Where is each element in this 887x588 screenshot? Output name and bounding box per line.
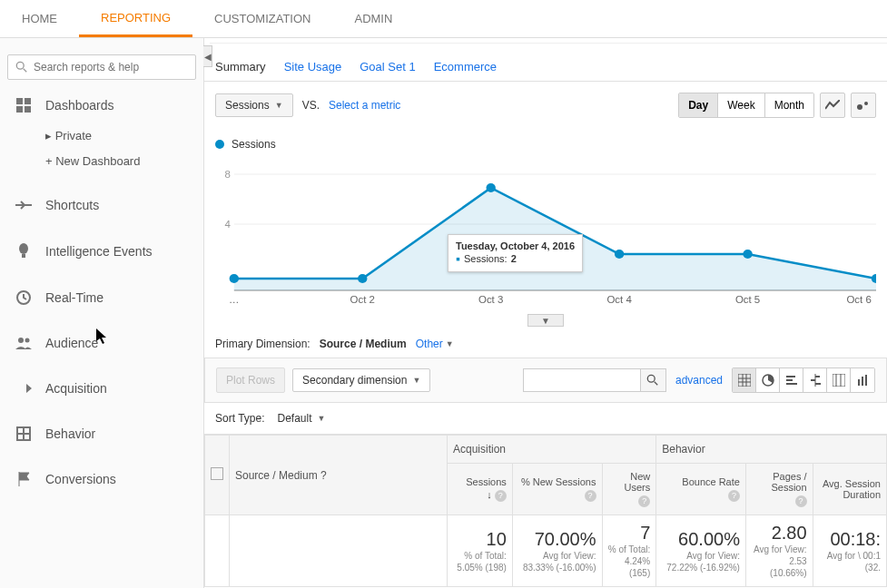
svg-text:4: 4 <box>224 219 230 230</box>
svg-point-23 <box>486 183 495 192</box>
shortcuts-icon <box>13 200 34 211</box>
svg-point-24 <box>615 250 624 259</box>
grain-month[interactable]: Month <box>765 93 813 117</box>
nav-customization[interactable]: CUSTOMIZATION <box>192 0 332 37</box>
svg-rect-48 <box>833 374 845 387</box>
legend-dot-icon <box>215 140 224 149</box>
svg-rect-52 <box>862 377 863 386</box>
sidebar-intelligence[interactable]: Intelligence Events <box>0 232 203 270</box>
view-table-icon[interactable] <box>733 368 756 392</box>
svg-rect-46 <box>811 379 815 381</box>
view-comparison-icon[interactable] <box>803 368 827 392</box>
help-icon[interactable]: ? <box>320 469 327 482</box>
sidebar-private[interactable]: ▸ Private <box>0 123 203 149</box>
view-performance-icon[interactable] <box>780 368 803 392</box>
sidebar-conversions[interactable]: Conversions <box>0 461 203 497</box>
flag-icon <box>13 472 34 486</box>
select-metric-link[interactable]: Select a metric <box>329 99 400 112</box>
svg-point-0 <box>16 62 24 69</box>
svg-rect-51 <box>858 379 860 386</box>
plot-rows-button: Plot Rows <box>216 368 285 393</box>
legend-label: Sessions <box>232 138 276 151</box>
bulb-icon <box>13 243 34 260</box>
svg-point-15 <box>864 102 868 105</box>
th-pages[interactable]: Pages / Session? <box>745 464 813 515</box>
clock-icon <box>13 290 34 305</box>
sidebar-realtime[interactable]: Real-Time <box>0 279 203 316</box>
svg-point-21 <box>230 274 239 283</box>
grain-day[interactable]: Day <box>679 93 718 117</box>
sidebar-collapse-handle[interactable]: ◀ <box>203 45 212 67</box>
sidebar-label: Real-Time <box>45 290 103 305</box>
sidebar-audience[interactable]: Audience <box>0 325 203 361</box>
search-input[interactable] <box>34 61 188 74</box>
chart-legend: Sessions <box>215 138 876 151</box>
advanced-link[interactable]: advanced <box>675 374 723 387</box>
svg-point-6 <box>19 243 28 254</box>
svg-rect-42 <box>786 379 793 381</box>
th-sessions[interactable]: Sessions↓ ? <box>448 464 513 515</box>
nav-admin[interactable]: ADMIN <box>332 0 414 37</box>
graph-type-motion[interactable] <box>851 93 876 118</box>
tab-ecommerce[interactable]: Ecommerce <box>434 60 497 74</box>
th-bounce[interactable]: Bounce Rate? <box>656 464 746 515</box>
svg-text:8: 8 <box>224 169 230 180</box>
svg-text:Oct 5: Oct 5 <box>735 294 760 305</box>
svg-rect-7 <box>22 254 25 258</box>
chart-tooltip: Tuesday, October 4, 2016 ▪Sessions: 2 <box>448 234 583 272</box>
sidebar-new-dashboard[interactable]: + New Dashboard <box>0 149 203 174</box>
grain-week[interactable]: Week <box>718 93 764 117</box>
sidebar-dashboards[interactable]: Dashboards <box>0 87 203 123</box>
svg-text:Oct 6: Oct 6 <box>846 294 871 305</box>
svg-point-9 <box>18 338 24 343</box>
sort-type-dropdown[interactable]: Default▼ <box>271 410 330 426</box>
svg-text:Oct 4: Oct 4 <box>606 294 631 305</box>
graph-type-line[interactable] <box>820 93 845 118</box>
table-search-input[interactable] <box>523 368 641 392</box>
sidebar-shortcuts[interactable]: Shortcuts <box>0 187 203 223</box>
search-input-wrap[interactable] <box>7 54 196 80</box>
svg-line-1 <box>24 69 27 73</box>
svg-text:…: … <box>229 294 239 305</box>
th-behavior: Behavior <box>656 436 887 464</box>
th-new-users[interactable]: New Users? <box>602 464 656 515</box>
secondary-dimension-dropdown[interactable]: Secondary dimension▼ <box>292 368 430 392</box>
svg-text:Oct 2: Oct 2 <box>350 294 375 305</box>
sidebar-label: Intelligence Events <box>45 244 153 259</box>
sidebar-label: Behavior <box>45 426 95 441</box>
grid-icon <box>13 426 34 441</box>
th-duration[interactable]: Avg. Session Duration <box>813 464 886 515</box>
select-all-checkbox[interactable] <box>211 467 223 480</box>
svg-text:Oct 3: Oct 3 <box>478 294 503 305</box>
primary-dimension-label: Primary Dimension: <box>215 338 310 350</box>
th-acquisition: Acquisition <box>448 436 656 464</box>
sidebar-behavior[interactable]: Behavior <box>0 416 203 452</box>
view-cloud-icon[interactable] <box>827 368 851 392</box>
sidebar-label: Dashboards <box>45 98 114 113</box>
svg-rect-45 <box>815 376 820 377</box>
sidebar-label: Acquisition <box>45 381 107 396</box>
view-pie-icon[interactable] <box>756 368 780 392</box>
primary-dimension-value[interactable]: Source / Medium <box>320 338 407 350</box>
sidebar-acquisition[interactable]: Acquisition <box>0 370 203 407</box>
svg-rect-5 <box>25 106 31 113</box>
tab-summary[interactable]: Summary <box>215 60 266 74</box>
svg-rect-47 <box>815 383 821 385</box>
svg-rect-2 <box>16 98 23 104</box>
sidebar-label: Audience <box>45 336 98 350</box>
dimension-other[interactable]: Other ▼ <box>416 338 454 350</box>
view-pivot-icon[interactable] <box>851 368 874 392</box>
table-search-button[interactable] <box>641 368 666 392</box>
tab-goal-set[interactable]: Goal Set 1 <box>360 60 415 74</box>
svg-rect-3 <box>25 98 31 104</box>
th-pct-new[interactable]: % New Sessions? <box>512 464 602 515</box>
tab-site-usage[interactable]: Site Usage <box>284 60 342 74</box>
search-icon <box>646 374 659 387</box>
nav-reporting[interactable]: REPORTING <box>79 0 192 37</box>
sort-type-label: Sort Type: <box>215 412 264 425</box>
line-chart[interactable]: 8 4 … Oct 2 Oct 3 Oct 4 Oct 5 Oct 6 <box>215 156 876 310</box>
nav-home[interactable]: HOME <box>0 0 79 37</box>
svg-point-14 <box>857 104 862 110</box>
metric1-dropdown[interactable]: Sessions▼ <box>215 93 293 117</box>
chart-expand-handle[interactable]: ▼ <box>527 314 564 327</box>
